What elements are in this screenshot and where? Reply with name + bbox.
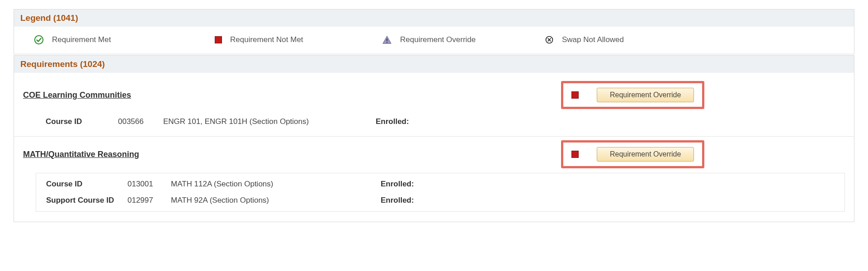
support-course-id-label: Support Course ID xyxy=(46,196,127,205)
red-square-icon xyxy=(571,151,579,158)
requirement-action-cell: Requirement Override xyxy=(561,140,704,168)
requirements-section: Requirements (1024) COE Learning Communi… xyxy=(14,55,854,222)
legend-item-met: Requirement Met xyxy=(20,35,215,45)
legend-label: Requirement Not Met xyxy=(230,35,303,44)
warning-triangle-icon xyxy=(382,35,392,45)
legend-section: Legend (1041) Requirement Met Requiremen… xyxy=(14,9,854,54)
requirement-title[interactable]: MATH/Quantitative Reasoning xyxy=(23,150,367,159)
svg-rect-2 xyxy=(387,42,387,43)
course-description: ENGR 101, ENGR 101H (Section Options) xyxy=(163,117,376,126)
legend-title: Legend (1041) xyxy=(14,10,854,27)
legend-body: Requirement Met Requirement Not Met Requ… xyxy=(14,27,854,54)
svg-point-0 xyxy=(35,36,43,44)
legend-label: Requirement Met xyxy=(52,35,111,44)
course-id-label: Course ID xyxy=(46,180,127,189)
checkmark-circle-icon xyxy=(34,35,44,45)
course-id-label: Course ID xyxy=(46,117,118,126)
enrolled-label: Enrolled: xyxy=(376,117,409,126)
course-id-value: 003566 xyxy=(118,117,163,126)
legend-item-not-met: Requirement Not Met xyxy=(215,35,382,44)
course-row: Course ID 013001 MATH 112A (Section Opti… xyxy=(36,176,844,192)
red-square-icon xyxy=(571,91,579,99)
requirement-block: MATH/Quantitative Reasoning Requirement … xyxy=(14,137,854,217)
requirements-title: Requirements (1024) xyxy=(14,56,854,73)
legend-label: Requirement Override xyxy=(400,35,476,44)
highlight-annotation: Requirement Override xyxy=(561,140,704,168)
legend-label: Swap Not Allowed xyxy=(562,35,624,44)
enrolled-label: Enrolled: xyxy=(381,180,414,189)
course-id-value: 013001 xyxy=(127,180,171,189)
legend-item-override: Requirement Override xyxy=(382,35,545,45)
requirement-block: COE Learning Communities Requirement Ove… xyxy=(14,77,854,137)
requirement-override-button[interactable]: Requirement Override xyxy=(597,147,694,162)
red-square-icon xyxy=(215,36,222,43)
course-description: MATH 112A (Section Options) xyxy=(171,180,381,189)
course-description: MATH 92A (Section Options) xyxy=(171,196,381,205)
requirements-body: COE Learning Communities Requirement Ove… xyxy=(14,73,854,222)
requirement-title[interactable]: COE Learning Communities xyxy=(23,90,367,100)
requirement-header-row: COE Learning Communities Requirement Ove… xyxy=(14,77,854,111)
course-sub-table: Course ID 013001 MATH 112A (Section Opti… xyxy=(36,173,845,212)
highlight-annotation: Requirement Override xyxy=(561,81,704,109)
svg-rect-1 xyxy=(387,38,387,41)
course-row: Course ID 003566 ENGR 101, ENGR 101H (Se… xyxy=(14,111,854,133)
course-row: Support Course ID 012997 MATH 92A (Secti… xyxy=(36,192,844,209)
cancel-circle-icon xyxy=(545,35,554,44)
course-id-value: 012997 xyxy=(127,196,171,205)
enrolled-label: Enrolled: xyxy=(381,196,414,205)
requirement-override-button[interactable]: Requirement Override xyxy=(597,88,694,102)
legend-item-swap-not-allowed: Swap Not Allowed xyxy=(545,35,848,44)
requirement-header-row: MATH/Quantitative Reasoning Requirement … xyxy=(14,137,854,170)
requirement-action-cell: Requirement Override xyxy=(561,81,704,109)
